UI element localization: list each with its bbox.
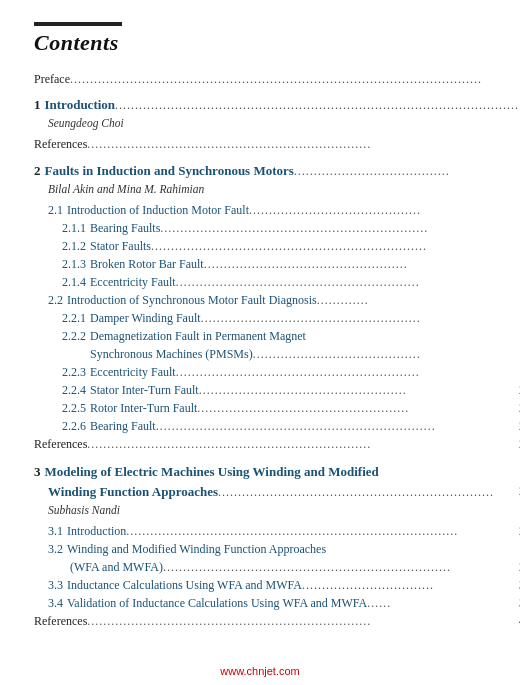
section-3-1-row: 3.1Introduction.........................… (34, 522, 520, 540)
chapter-1-author-row: Seungdeog Choi (34, 115, 520, 135)
chapter-3-title-cont: Winding Function Approaches.............… (34, 482, 520, 502)
section-2-2-2-row: 2.2.2Demagnetization Fault in Permanent … (34, 327, 520, 345)
chapter-3-author-row: Subhasis Nandi (34, 502, 520, 522)
section-2-1-4-row: 2.1.4Eccentricity Fault.................… (34, 273, 520, 291)
watermark: www.chnjet.com (220, 665, 299, 677)
section-2-2-4-row: 2.2.4Stator Inter-Turn Fault............… (34, 381, 520, 399)
page: Contents Preface........................… (0, 0, 520, 685)
section-2-1-1-row: 2.1.1Bearing Faults.....................… (34, 219, 520, 237)
chapter-1-row: 1Introduction...........................… (34, 95, 520, 115)
section-2-2-3-row: 2.2.3Eccentricity Fault.................… (34, 363, 520, 381)
preface-row: Preface.................................… (34, 70, 520, 95)
section-2-1-row: 2.1Introduction of Induction Motor Fault… (34, 201, 520, 219)
section-3-2-row: 3.2Winding and Modified Winding Function… (34, 540, 520, 558)
spacer-2 (34, 454, 520, 462)
section-2-1-2-row: 2.1.2Stator Faults......................… (34, 237, 520, 255)
preface-label: Preface.................................… (34, 70, 519, 95)
chapter-3-references-row: References..............................… (34, 612, 520, 631)
chapter-2-author-row: Bilal Akin and Mina M. Rahimian (34, 181, 520, 201)
chapter-2-references-row: References..............................… (34, 435, 520, 454)
section-2-2-2-cont-row: Synchronous Machines (PMSMs)............… (34, 345, 520, 363)
section-3-3-row: 3.3Inductance Calculations Using WFA and… (34, 576, 520, 594)
toc-table: Preface.................................… (34, 70, 520, 630)
section-3-2-cont: (WFA and MWFA)..........................… (34, 558, 520, 576)
section-2-2-row: 2.2Introduction of Synchronous Motor Fau… (34, 291, 520, 309)
chapter-2-row: 2Faults in Induction and Synchronous Mot… (34, 161, 520, 181)
spacer-1 (34, 153, 520, 161)
section-3-4-row: 3.4Validation of Inductance Calculations… (34, 594, 520, 612)
section-2-2-6-row: 2.2.6Bearing Fault......................… (34, 417, 520, 435)
section-2-1-3-row: 2.1.3Broken Rotor Bar Fault.............… (34, 255, 520, 273)
chapter-3-row: 3Modeling of Electric Machines Using Win… (34, 462, 520, 482)
section-2-2-5-row: 2.2.5Rotor Inter-Turn Fault.............… (34, 399, 520, 417)
chapter-1-references-row: References..............................… (34, 135, 520, 154)
section-2-2-1-row: 2.2.1Damper Winding Fault...............… (34, 309, 520, 327)
title-section: Contents (34, 22, 486, 56)
title-bar (34, 22, 122, 26)
page-title: Contents (34, 30, 486, 56)
